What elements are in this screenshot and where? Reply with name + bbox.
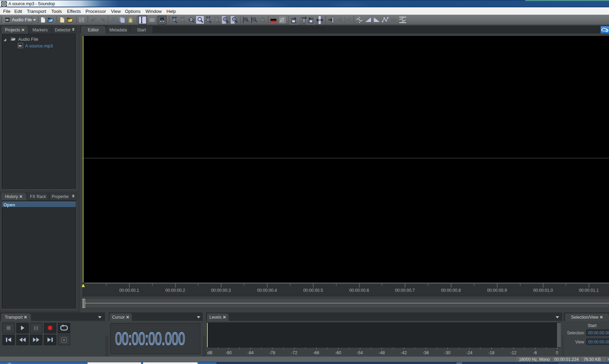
svg-text:S: S [3,2,5,6]
